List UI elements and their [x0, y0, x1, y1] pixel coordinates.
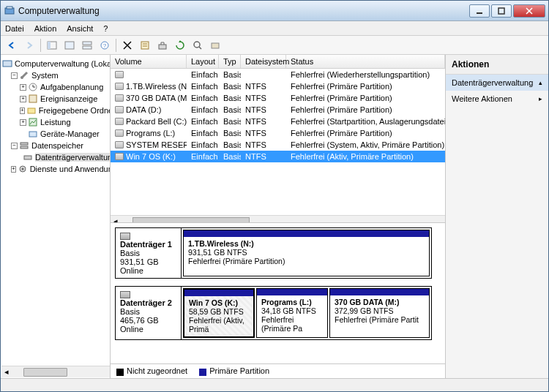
volume-row[interactable]: SYSTEM RESERVEDEinfachBasisNTFSFehlerfre… — [111, 139, 445, 151]
back-button[interactable] — [4, 37, 20, 53]
disk-2-partition-1[interactable]: Win 7 OS (K:) 58,59 GB NTFS Fehlerfrei (… — [183, 288, 255, 338]
forward-button[interactable] — [21, 37, 37, 53]
volume-list[interactable]: Volume Layout Typ Dateisystem Status Ein… — [111, 55, 445, 223]
help-button[interactable]: ? — [97, 37, 113, 53]
actions-more[interactable]: Weitere Aktionen▸ — [446, 91, 548, 107]
svg-rect-10 — [83, 46, 92, 49]
tree-system[interactable]: − System — [1, 69, 110, 81]
svg-rect-21 — [212, 43, 219, 48]
disk-2-partition-3[interactable]: 370 GB DATA (M:) 372,99 GB NTFS Fehlerfr… — [329, 288, 430, 338]
window-controls — [469, 4, 545, 18]
performance-icon — [28, 117, 38, 127]
tree-disk-management[interactable]: Datenträgerverwaltung — [1, 151, 110, 163]
left-pane-scrollbar[interactable]: ◂ — [1, 366, 110, 377]
legend: Nicht zugeordnet Primäre Partition — [111, 363, 445, 378]
body: Computerverwaltung (Lokal) − System + Au… — [1, 55, 548, 378]
horizontal-scrollbar[interactable]: ◂ — [111, 215, 445, 223]
computer-icon — [2, 59, 12, 69]
svg-rect-18 — [159, 45, 166, 49]
drive-icon — [115, 106, 124, 113]
disk-1-row[interactable]: Datenträger 1 Basis 931,51 GB Online 1.T… — [115, 227, 432, 279]
view-button-1[interactable] — [61, 37, 78, 53]
expand-icon[interactable]: + — [20, 108, 25, 114]
collapse-icon[interactable]: − — [11, 72, 18, 79]
legend-unallocated: Nicht zugeordnet — [116, 366, 187, 375]
svg-text:?: ? — [103, 42, 107, 49]
menu-action[interactable]: Aktion — [34, 24, 57, 33]
window-title: Computerverwaltung — [18, 6, 469, 16]
volume-row[interactable]: Win 7 OS (K:)EinfachBasisNTFSFehlerfrei … — [111, 151, 445, 162]
close-button[interactable] — [513, 4, 545, 18]
svg-rect-3 — [498, 8, 504, 14]
disk-icon — [120, 233, 130, 240]
view-button-2[interactable] — [79, 37, 95, 53]
disk-1-partition-1[interactable]: 1.TB.Wireless (N:) 931,51 GB NTFS Fehler… — [183, 230, 430, 276]
rescan-button[interactable] — [190, 37, 206, 53]
tree-root[interactable]: Computerverwaltung (Lokal) — [1, 58, 110, 69]
menu-view[interactable]: Ansicht — [67, 24, 93, 33]
svg-point-35 — [21, 168, 23, 170]
menu-help[interactable]: ? — [103, 24, 108, 33]
tree-event-viewer[interactable]: + Ereignisanzeige — [1, 93, 110, 105]
col-header-status[interactable]: Status — [286, 55, 445, 68]
event-icon — [28, 94, 38, 104]
expand-icon[interactable]: + — [20, 119, 26, 126]
disk-2-partition-2[interactable]: Programs (L:) 34,18 GB NTFS Fehlerfrei (… — [256, 288, 328, 338]
action-button-1[interactable] — [154, 37, 171, 53]
tree-task-scheduler[interactable]: + Aufgabenplanung — [1, 81, 110, 93]
tree-services[interactable]: + Dienste und Anwendungen — [1, 163, 110, 175]
svg-rect-32 — [20, 146, 28, 148]
computer-management-window: Computerverwaltung Datei Aktion Ansicht … — [0, 0, 549, 392]
expand-icon[interactable]: + — [20, 84, 26, 91]
col-header-typ[interactable]: Typ — [219, 55, 241, 68]
menu-file[interactable]: Datei — [5, 24, 24, 33]
settings-button[interactable] — [207, 37, 223, 53]
app-icon — [4, 5, 15, 17]
svg-rect-31 — [20, 143, 28, 145]
actions-diskmgmt[interactable]: Datenträgerverwaltung▴ — [446, 75, 548, 91]
refresh-button[interactable] — [172, 37, 188, 53]
show-hide-tree-button[interactable] — [44, 37, 60, 53]
disk-2-info: Datenträger 2 Basis 465,76 GB Online — [116, 287, 182, 339]
svg-rect-33 — [24, 156, 31, 159]
tree-storage[interactable]: − Datenspeicher — [1, 140, 110, 151]
svg-line-20 — [199, 47, 201, 49]
volume-row[interactable]: DATA (D:)EinfachBasisNTFSFehlerfrei (Pri… — [111, 104, 445, 116]
maximize-button[interactable] — [491, 4, 512, 18]
svg-rect-15 — [141, 42, 149, 49]
navigation-tree[interactable]: Computerverwaltung (Lokal) − System + Au… — [1, 55, 111, 378]
collapse-icon[interactable]: − — [11, 143, 18, 149]
tree-performance[interactable]: + Leistung — [1, 116, 110, 128]
col-header-fs[interactable]: Dateisystem — [241, 55, 286, 68]
volume-row[interactable]: EinfachBasisFehlerfrei (Wiederherstellun… — [111, 69, 445, 80]
legend-primary: Primäre Partition — [199, 366, 269, 375]
properties-button[interactable] — [137, 37, 153, 53]
volume-row[interactable]: Programs (L:)EinfachBasisNTFSFehlerfrei … — [111, 127, 445, 139]
expand-icon[interactable]: + — [11, 166, 16, 173]
storage-icon — [19, 140, 29, 151]
titlebar: Computerverwaltung — [1, 1, 548, 21]
svg-rect-1 — [7, 7, 12, 9]
disk-1-info: Datenträger 1 Basis 931,51 GB Online — [116, 228, 182, 278]
volume-row[interactable]: 1.TB.Wireless (N:)EinfachBasisNTFSFehler… — [111, 80, 445, 92]
disk-icon — [120, 291, 130, 298]
svg-point-19 — [194, 42, 200, 48]
clock-icon — [28, 82, 38, 92]
statusbar — [1, 378, 548, 391]
volume-list-header: Volume Layout Typ Dateisystem Status — [111, 55, 445, 69]
disk-mgmt-icon — [23, 152, 33, 162]
svg-point-23 — [20, 76, 23, 79]
drive-icon — [115, 118, 124, 125]
col-header-layout[interactable]: Layout — [187, 55, 219, 68]
volume-row[interactable]: 370 GB DATA (M:)EinfachBasisNTFSFehlerfr… — [111, 92, 445, 104]
delete-button[interactable] — [119, 37, 135, 53]
disk-2-row[interactable]: Datenträger 2 Basis 465,76 GB Online Win… — [115, 286, 432, 340]
tree-device-manager[interactable]: Geräte-Manager — [1, 128, 110, 140]
tree-shared-folders[interactable]: + Freigegebene Ordner — [1, 105, 110, 116]
expand-icon[interactable]: + — [20, 96, 26, 102]
minimize-button[interactable] — [469, 4, 490, 18]
disk-graphical-view[interactable]: Datenträger 1 Basis 931,51 GB Online 1.T… — [111, 223, 445, 363]
drive-icon — [115, 94, 124, 102]
col-header-volume[interactable]: Volume — [111, 55, 187, 68]
volume-row[interactable]: Packard Bell (C:)EinfachBasisNTFSFehlerf… — [111, 116, 445, 127]
